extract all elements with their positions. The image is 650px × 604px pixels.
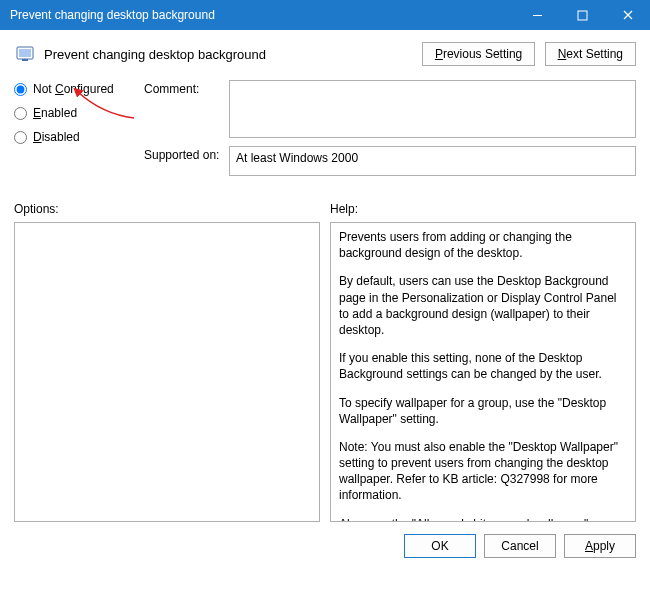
svg-rect-3 — [22, 59, 28, 61]
radio-disabled-label: Disabled — [33, 130, 80, 144]
previous-setting-button[interactable]: Previous Setting — [422, 42, 535, 66]
help-paragraph: Also, see the "Allow only bitmapped wall… — [339, 516, 627, 522]
help-paragraph: Note: You must also enable the "Desktop … — [339, 439, 627, 504]
maximize-button[interactable] — [560, 0, 605, 30]
svg-rect-0 — [578, 11, 587, 20]
help-panel[interactable]: Prevents users from adding or changing t… — [330, 222, 636, 522]
apply-button[interactable]: Apply — [564, 534, 636, 558]
radio-disabled[interactable]: Disabled — [14, 130, 144, 144]
help-paragraph: Prevents users from adding or changing t… — [339, 229, 627, 261]
radio-not-configured[interactable]: Not Configured — [14, 82, 144, 96]
help-paragraph: By default, users can use the Desktop Ba… — [339, 273, 627, 338]
radio-enabled[interactable]: Enabled — [14, 106, 144, 120]
next-setting-button[interactable]: Next Setting — [545, 42, 636, 66]
policy-title: Prevent changing desktop background — [44, 47, 422, 62]
radio-disabled-input[interactable] — [14, 131, 27, 144]
radio-not-configured-input[interactable] — [14, 83, 27, 96]
svg-rect-2 — [19, 49, 31, 57]
comment-label: Comment: — [144, 80, 229, 138]
help-paragraph: To specify wallpaper for a group, use th… — [339, 395, 627, 427]
comment-input[interactable] — [229, 80, 636, 138]
state-group: Not Configured Enabled Disabled — [14, 80, 144, 154]
radio-not-configured-label: Not Configured — [33, 82, 114, 96]
radio-enabled-label: Enabled — [33, 106, 77, 120]
options-panel — [14, 222, 320, 522]
ok-button[interactable]: OK — [404, 534, 476, 558]
help-paragraph: If you enable this setting, none of the … — [339, 350, 627, 382]
minimize-button[interactable] — [515, 0, 560, 30]
policy-icon — [14, 43, 36, 65]
cancel-button[interactable]: Cancel — [484, 534, 556, 558]
supported-on-value: At least Windows 2000 — [229, 146, 636, 176]
help-label: Help: — [330, 202, 358, 216]
window-title: Prevent changing desktop background — [10, 8, 515, 22]
supported-on-label: Supported on: — [144, 146, 229, 176]
radio-enabled-input[interactable] — [14, 107, 27, 120]
options-label: Options: — [14, 202, 330, 216]
close-button[interactable] — [605, 0, 650, 30]
window-titlebar: Prevent changing desktop background — [0, 0, 650, 30]
